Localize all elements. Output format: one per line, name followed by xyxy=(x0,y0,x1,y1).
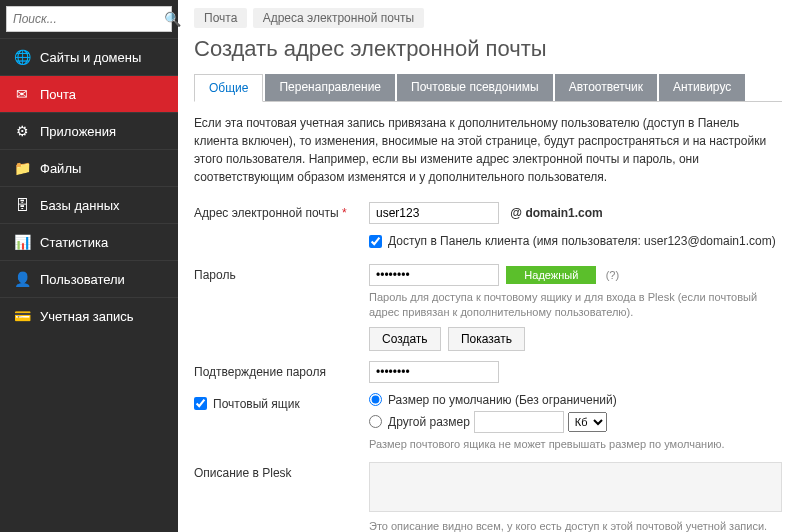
page-title: Создать адрес электронной почты xyxy=(194,36,782,62)
sidebar-item-label: Файлы xyxy=(40,161,81,176)
sidebar-item-sites[interactable]: 🌐Сайты и домены xyxy=(0,38,178,75)
sidebar-item-stats[interactable]: 📊Статистика xyxy=(0,223,178,260)
tab-aliases[interactable]: Почтовые псевдонимы xyxy=(397,74,553,101)
sidebar-item-label: Пользователи xyxy=(40,272,125,287)
plesk-desc-label: Описание в Plesk xyxy=(194,462,369,480)
sidebar-item-files[interactable]: 📁Файлы xyxy=(0,149,178,186)
tab-forwarding[interactable]: Перенаправление xyxy=(265,74,395,101)
mailbox-label: Почтовый ящик xyxy=(213,397,300,411)
panel-access-checkbox[interactable] xyxy=(369,235,382,248)
search-input[interactable] xyxy=(13,12,164,26)
size-default-radio[interactable] xyxy=(369,393,382,406)
email-input[interactable] xyxy=(369,202,499,224)
main-content: Почта Адреса электронной почты Создать а… xyxy=(178,0,798,532)
password-input[interactable] xyxy=(369,264,499,286)
page-description: Если эта почтовая учетная запись привяза… xyxy=(194,114,782,186)
sidebar-item-account[interactable]: 💳Учетная запись xyxy=(0,297,178,334)
user-icon: 👤 xyxy=(14,271,30,287)
confirm-password-input[interactable] xyxy=(369,361,499,383)
breadcrumb: Почта Адреса электронной почты xyxy=(194,8,782,28)
card-icon: 💳 xyxy=(14,308,30,324)
sidebar-item-apps[interactable]: ⚙Приложения xyxy=(0,112,178,149)
generate-password-button[interactable]: Создать xyxy=(369,327,441,351)
confirm-password-label: Подтверждение пароля xyxy=(194,361,369,379)
plesk-desc-textarea[interactable] xyxy=(369,462,782,512)
size-default-label: Размер по умолчанию (Без ограничений) xyxy=(388,393,617,407)
sidebar-item-label: Приложения xyxy=(40,124,116,139)
size-other-label: Другой размер xyxy=(388,415,470,429)
size-other-radio[interactable] xyxy=(369,415,382,428)
breadcrumb-item[interactable]: Почта xyxy=(194,8,247,28)
search-box[interactable]: 🔍 xyxy=(6,6,172,32)
sidebar-item-label: Почта xyxy=(40,87,76,102)
tab-autoreply[interactable]: Автоответчик xyxy=(555,74,657,101)
database-icon: 🗄 xyxy=(14,197,30,213)
gear-icon: ⚙ xyxy=(14,123,30,139)
breadcrumb-item[interactable]: Адреса электронной почты xyxy=(253,8,424,28)
tabs: Общие Перенаправление Почтовые псевдоним… xyxy=(194,74,782,102)
mail-icon: ✉ xyxy=(14,86,30,102)
folder-icon: 📁 xyxy=(14,160,30,176)
chart-icon: 📊 xyxy=(14,234,30,250)
email-domain: @ domain1.com xyxy=(510,206,602,220)
help-icon[interactable]: (?) xyxy=(606,269,619,281)
globe-icon: 🌐 xyxy=(14,49,30,65)
sidebar: 🔍 🌐Сайты и домены ✉Почта ⚙Приложения 📁Фа… xyxy=(0,0,178,532)
sidebar-item-mail[interactable]: ✉Почта xyxy=(0,75,178,112)
size-unit-select[interactable]: Кб xyxy=(568,412,607,432)
size-value-input[interactable] xyxy=(474,411,564,433)
sidebar-item-label: Статистика xyxy=(40,235,108,250)
email-label: Адрес электронной почты * xyxy=(194,202,369,220)
password-label: Пароль xyxy=(194,264,369,282)
mailbox-checkbox[interactable] xyxy=(194,397,207,410)
sidebar-item-label: Базы данных xyxy=(40,198,120,213)
sidebar-item-db[interactable]: 🗄Базы данных xyxy=(0,186,178,223)
password-strength-badge: Надежный xyxy=(506,266,596,284)
tab-general[interactable]: Общие xyxy=(194,74,263,102)
sidebar-item-users[interactable]: 👤Пользователи xyxy=(0,260,178,297)
sidebar-item-label: Учетная запись xyxy=(40,309,134,324)
sidebar-item-label: Сайты и домены xyxy=(40,50,141,65)
show-password-button[interactable]: Показать xyxy=(448,327,525,351)
plesk-desc-hint: Это описание видно всем, у кого есть дос… xyxy=(369,519,782,532)
password-hint: Пароль для доступа к почтовому ящику и д… xyxy=(369,290,782,321)
size-hint: Размер почтового ящика не может превышат… xyxy=(369,437,782,452)
panel-access-label: Доступ в Панель клиента (имя пользовател… xyxy=(388,234,776,248)
tab-antivirus[interactable]: Антивирус xyxy=(659,74,745,101)
